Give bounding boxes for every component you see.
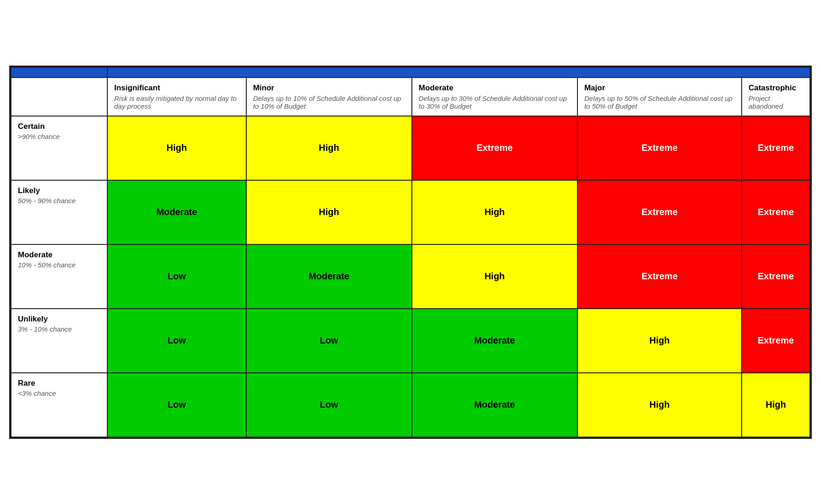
- row-header-2: Moderate10% - 50% chance: [11, 244, 107, 309]
- cell-r2-c0: Low: [107, 244, 246, 309]
- cell-r0-c0: High: [107, 116, 246, 180]
- cell-r3-c1: Low: [246, 309, 412, 373]
- table-row-2: Moderate10% - 50% chanceLowModerateHighE…: [11, 244, 810, 309]
- cell-r0-c4: Extreme: [742, 116, 810, 180]
- cell-r3-c2: Moderate: [412, 309, 577, 373]
- cell-r4-c0: Low: [107, 373, 246, 437]
- cell-r4-c3: High: [577, 373, 742, 437]
- risk-matrix-table: InsignificantRisk is easily mitigated by…: [11, 67, 810, 438]
- consequences-header: [107, 67, 810, 78]
- cell-r4-c4: High: [742, 373, 810, 437]
- cell-r4-c2: Moderate: [412, 373, 577, 437]
- cell-r2-c2: High: [412, 244, 577, 309]
- table-row-3: Unlikely3% - 10% chanceLowLowModerateHig…: [11, 309, 810, 373]
- cell-r4-c1: Low: [246, 373, 412, 437]
- cell-r2-c4: Extreme: [742, 244, 810, 309]
- col-header-3: MajorDelays up to 50% of Schedule Additi…: [577, 78, 742, 116]
- col-header-4: CatastrophicProject abandoned: [742, 78, 810, 116]
- cell-r1-c2: High: [412, 180, 577, 244]
- risk-matrix-wrapper: InsignificantRisk is easily mitigated by…: [9, 66, 812, 439]
- row-header-0: Certain>90% chance: [11, 116, 107, 180]
- cell-r1-c1: High: [246, 180, 412, 244]
- cell-r3-c4: Extreme: [742, 309, 810, 373]
- table-row-0: Certain>90% chanceHighHighExtremeExtreme…: [11, 116, 810, 180]
- col-header-1: MinorDelays up to 10% of Schedule Additi…: [246, 78, 412, 116]
- empty-corner-cell: [11, 78, 107, 116]
- row-header-3: Unlikely3% - 10% chance: [11, 309, 107, 373]
- cell-r1-c4: Extreme: [742, 180, 810, 244]
- col-header-2: ModerateDelays up to 30% of Schedule Add…: [412, 78, 577, 116]
- cell-r1-c0: Moderate: [107, 180, 246, 244]
- cell-r0-c2: Extreme: [412, 116, 577, 180]
- col-header-0: InsignificantRisk is easily mitigated by…: [107, 78, 246, 116]
- table-row-4: Rare<3% chanceLowLowModerateHighHigh: [11, 373, 810, 437]
- row-header-1: Likely50% - 90% chance: [11, 180, 107, 244]
- cell-r3-c0: Low: [107, 309, 246, 373]
- cell-r3-c3: High: [577, 309, 742, 373]
- cell-r2-c3: Extreme: [577, 244, 742, 309]
- cell-r2-c1: Moderate: [246, 244, 412, 309]
- cell-r0-c1: High: [246, 116, 412, 180]
- cell-r1-c3: Extreme: [577, 180, 742, 244]
- table-row-1: Likely50% - 90% chanceModerateHighHighEx…: [11, 180, 810, 244]
- likelihood-header: [11, 67, 107, 78]
- row-header-4: Rare<3% chance: [11, 373, 107, 437]
- cell-r0-c3: Extreme: [577, 116, 742, 180]
